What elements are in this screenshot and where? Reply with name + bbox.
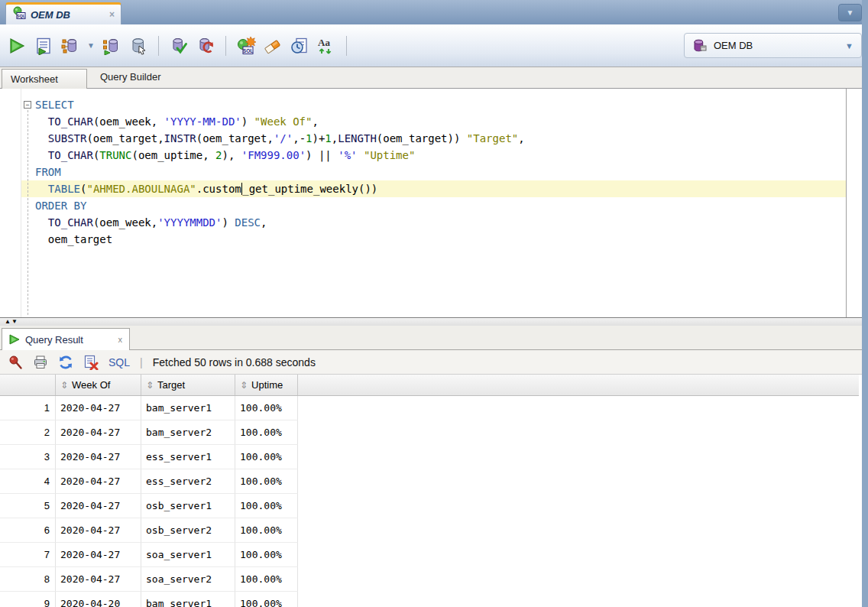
- table-row[interactable]: 32020-04-27ess_server1100.00%: [0, 445, 844, 469]
- commit-button[interactable]: [168, 35, 189, 57]
- clear-results-button[interactable]: [82, 353, 100, 372]
- data-cell[interactable]: 100.00%: [235, 494, 298, 518]
- data-cell[interactable]: 100.00%: [235, 518, 298, 543]
- tab-query-result[interactable]: Query Result x: [2, 328, 130, 350]
- data-cell[interactable]: ess_server2: [141, 469, 235, 494]
- table-row[interactable]: 42020-04-27ess_server2100.00%: [0, 469, 844, 494]
- data-cell[interactable]: soa_server1: [141, 543, 235, 567]
- clear-button[interactable]: [262, 35, 283, 57]
- change-case-button[interactable]: Aa: [316, 35, 337, 57]
- sql-link[interactable]: SQL: [108, 356, 130, 368]
- table-row[interactable]: 92020-04-20bam_server1100.00%: [0, 592, 844, 607]
- table-row[interactable]: 52020-04-27osb_server1100.00%: [0, 494, 844, 518]
- data-cell[interactable]: bam_server1: [141, 592, 235, 607]
- table-row[interactable]: 82020-04-27soa_server2100.00%: [0, 567, 844, 592]
- run-statement-button[interactable]: [6, 35, 28, 57]
- sql-history-button[interactable]: [289, 35, 310, 57]
- tab-worksheet[interactable]: Worksheet: [2, 69, 87, 89]
- run-script-button[interactable]: [33, 35, 54, 57]
- data-cell[interactable]: soa_server2: [141, 567, 235, 592]
- row-number-cell[interactable]: 8: [0, 567, 56, 592]
- row-number-cell[interactable]: 9: [0, 592, 56, 607]
- autotrace-button[interactable]: [60, 35, 81, 57]
- code-token: [35, 183, 48, 195]
- svg-text:Aa: Aa: [318, 37, 330, 48]
- sql-editor[interactable]: − SELECT TO_CHAR(oem_week, 'YYYY-MM-DD')…: [0, 89, 847, 317]
- run-icon: [8, 37, 26, 55]
- sort-icon[interactable]: ⇕: [146, 380, 154, 391]
- data-cell[interactable]: bam_server2: [141, 420, 235, 445]
- table-row[interactable]: 72020-04-27soa_server1100.00%: [0, 543, 844, 567]
- code-line[interactable]: SUBSTR(oem_target,INSTR(oem_target,'/',-…: [21, 130, 846, 147]
- unshared-worksheet-button[interactable]: SOL: [235, 35, 257, 57]
- code-token: ) ||: [306, 149, 338, 161]
- data-cell[interactable]: 2020-04-27: [56, 518, 141, 543]
- table-row[interactable]: 62020-04-27osb_server2100.00%: [0, 518, 844, 543]
- row-number-cell[interactable]: 5: [0, 494, 56, 518]
- table-row[interactable]: 12020-04-27bam_server1100.00%: [0, 396, 844, 420]
- data-cell[interactable]: 100.00%: [235, 543, 298, 567]
- code-fold-toggle[interactable]: −: [24, 101, 31, 109]
- data-cell[interactable]: 100.00%: [235, 396, 298, 420]
- data-cell[interactable]: 100.00%: [235, 445, 298, 469]
- data-cell[interactable]: 2020-04-27: [56, 396, 141, 420]
- column-header-uptime[interactable]: ⇕Uptime: [235, 375, 298, 395]
- code-line[interactable]: TO_CHAR(TRUNC(oem_uptime, 2), 'FM999.00'…: [21, 147, 846, 164]
- data-cell[interactable]: 2020-04-27: [56, 420, 141, 445]
- row-number-cell[interactable]: 4: [0, 469, 56, 494]
- sort-icon[interactable]: ⇕: [240, 380, 248, 391]
- commit-icon: [170, 37, 188, 55]
- column-header-week-of[interactable]: ⇕Week Of: [56, 375, 141, 395]
- row-number-cell[interactable]: 3: [0, 445, 56, 469]
- print-button[interactable]: [31, 353, 50, 372]
- table-row[interactable]: 22020-04-27bam_server2100.00%: [0, 420, 844, 445]
- data-cell[interactable]: 2020-04-27: [56, 494, 141, 518]
- code-line[interactable]: oem_target: [21, 231, 846, 248]
- row-number-cell[interactable]: 2: [0, 420, 56, 445]
- data-cell[interactable]: bam_server1: [141, 396, 235, 420]
- code-line-current[interactable]: TABLE("AHMED.ABOULNAGA".custom_get_uptim…: [21, 180, 846, 197]
- panel-splitter[interactable]: ▲▼: [0, 317, 862, 326]
- data-cell[interactable]: 100.00%: [235, 420, 298, 445]
- chevron-down-icon[interactable]: ▼: [87, 41, 95, 50]
- data-cell[interactable]: osb_server2: [141, 518, 235, 543]
- data-cell[interactable]: 100.00%: [235, 567, 298, 592]
- code-token: (oem_uptime,: [131, 149, 215, 161]
- data-cell[interactable]: osb_server1: [141, 494, 235, 518]
- code-line[interactable]: TO_CHAR(oem_week, 'YYYY-MM-DD') "Week Of…: [21, 113, 846, 130]
- connection-selector[interactable]: OEM DB ▼: [684, 33, 862, 58]
- result-toolbar: SQL | Fetched 50 rows in 0.688 seconds: [0, 350, 862, 375]
- column-header-label: Uptime: [251, 379, 283, 391]
- tab-query-builder[interactable]: Query Builder: [100, 71, 160, 83]
- sql-tuning-icon: [129, 37, 147, 55]
- sql-tuning-button[interactable]: [128, 35, 149, 57]
- row-number-cell[interactable]: 1: [0, 396, 56, 420]
- data-cell[interactable]: ess_server1: [141, 445, 235, 469]
- sort-icon[interactable]: ⇕: [60, 380, 68, 391]
- data-cell[interactable]: 100.00%: [235, 469, 298, 494]
- splitter-collapse-arrows[interactable]: ▲▼: [5, 318, 18, 325]
- row-number-cell[interactable]: 7: [0, 543, 56, 567]
- code-line[interactable]: TO_CHAR(oem_week,'YYYYMMDD') DESC,: [21, 214, 846, 231]
- code-line[interactable]: FROM: [21, 164, 846, 180]
- explain-plan-button[interactable]: [101, 35, 122, 57]
- row-number-cell[interactable]: 6: [0, 518, 56, 543]
- code-line[interactable]: ORDER BY: [21, 197, 846, 214]
- rollback-button[interactable]: [195, 35, 216, 57]
- code-line[interactable]: SELECT: [21, 96, 846, 113]
- data-cell[interactable]: 100.00%: [235, 592, 298, 607]
- data-cell[interactable]: 2020-04-20: [56, 592, 141, 607]
- refresh-button[interactable]: [57, 353, 75, 372]
- data-cell[interactable]: 2020-04-27: [56, 543, 141, 567]
- result-tab-row: Query Result x: [0, 326, 862, 350]
- data-cell[interactable]: 2020-04-27: [56, 469, 141, 494]
- tab-list-dropdown-button[interactable]: ▼: [838, 4, 862, 21]
- eraser-icon: [264, 37, 282, 55]
- tab-oem-db[interactable]: SQL OEM DB ×: [5, 2, 121, 24]
- close-icon[interactable]: ×: [109, 9, 115, 20]
- data-cell[interactable]: 2020-04-27: [56, 445, 141, 469]
- close-icon[interactable]: x: [118, 335, 123, 344]
- column-header-target[interactable]: ⇕Target: [141, 375, 235, 395]
- pin-button[interactable]: [6, 353, 24, 372]
- data-cell[interactable]: 2020-04-27: [56, 567, 141, 592]
